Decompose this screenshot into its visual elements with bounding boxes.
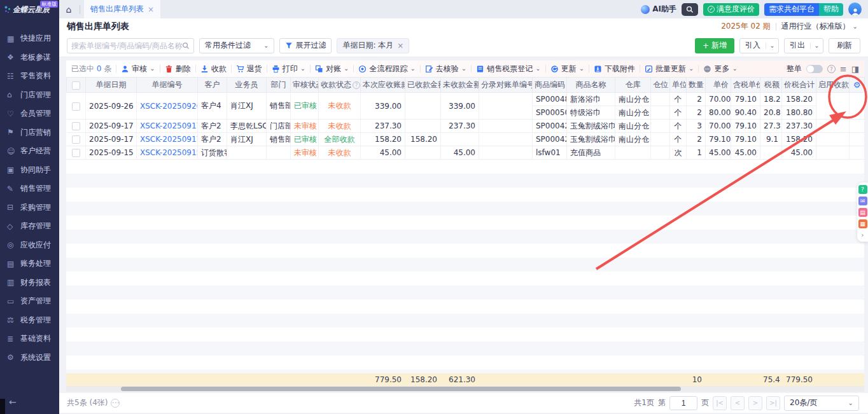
help-circle-icon[interactable]: ? — [353, 81, 360, 89]
app-logo[interactable]: 金蝶云星辰 标准版 — [0, 0, 59, 19]
total-pages: 共1页 — [634, 397, 654, 408]
avatar[interactable] — [848, 3, 862, 16]
sidebar-item-inventory-mgmt[interactable]: ◇库存管理 — [0, 217, 59, 236]
sidebar-item-receivable-payable[interactable]: ◎应收应付 — [0, 236, 59, 255]
page-size-select[interactable]: 20条/页 ⌄ — [784, 396, 859, 411]
select-all-checkbox[interactable] — [72, 81, 80, 90]
sidebar-item-customer-ops[interactable]: ☺客户经营 — [0, 142, 59, 161]
sidebar-collapse-button[interactable]: ← — [0, 394, 59, 410]
funnel-icon — [285, 42, 293, 50]
download-attachment-button[interactable]: 下载附件 — [594, 64, 635, 74]
import-button[interactable]: 引入 ⌄ — [739, 38, 779, 53]
sidebar-item-accounting[interactable]: ▤账务处理 — [0, 254, 59, 273]
first-page-button[interactable]: |< — [713, 396, 727, 410]
audit-button[interactable]: 审核⌄ — [121, 64, 155, 74]
batch-update-button[interactable]: 批量更新⌄ — [645, 64, 694, 74]
tab-sales-outbound-list[interactable]: 销售出库单列表 × — [84, 0, 160, 18]
full-process-track-button[interactable]: 全流程跟踪⌄ — [358, 64, 415, 74]
help-circle-icon[interactable]: ? — [827, 65, 836, 73]
title-bar: 销售出库单列表 2025年 02 期 通用行业（标准版） ⌄ — [59, 18, 868, 34]
row-checkbox[interactable] — [72, 135, 80, 144]
divider — [776, 23, 776, 31]
close-icon[interactable]: × — [148, 5, 154, 14]
cell-doc-no: XSCK-20250917-00001 — [137, 133, 198, 146]
calendar-float-button[interactable]: ▤ — [858, 208, 867, 217]
report-float-button[interactable]: ▦ — [858, 219, 867, 228]
tax-invoice-register-button[interactable]: 销售税票登记⌄ — [476, 64, 540, 74]
row-checkbox[interactable] — [72, 102, 80, 111]
expand-filter-button[interactable]: 展开过滤 — [279, 38, 332, 53]
column-panel-icon[interactable]: ◨ — [851, 64, 859, 74]
receive-payment-button[interactable]: 收款 — [200, 64, 227, 74]
divider — [471, 65, 472, 72]
prev-page-button[interactable]: < — [731, 396, 745, 410]
sidebar-item-boss-advisor[interactable]: ❖老板参谋 — [0, 48, 59, 67]
delete-button[interactable]: 删除 — [165, 64, 191, 74]
sidebar-item-retail-data[interactable]: ☷零售资料 — [0, 67, 59, 86]
return-goods-button[interactable]: 退货 — [236, 64, 262, 74]
industry-selector[interactable]: 通用行业（标准版） ⌄ — [781, 21, 858, 32]
sidebar-item-purchase-mgmt[interactable]: ⊟采购管理 — [0, 198, 59, 217]
feedback-float-button[interactable]: ✉ — [858, 197, 867, 205]
satisfaction-badge[interactable]: ✓ 满意度评价 — [703, 3, 759, 16]
divider — [310, 65, 311, 72]
chevron-down-icon: ⌄ — [689, 66, 694, 72]
refresh-button[interactable]: 刷新 — [829, 38, 860, 53]
row-height-menu-icon[interactable]: ≡ — [840, 64, 847, 74]
chevron-down-icon[interactable]: ⌄ — [810, 43, 823, 49]
stack-icon: ≣ — [7, 335, 17, 343]
sidebar-item-base-data[interactable]: ≣基础资料 — [0, 329, 59, 348]
page-number-input[interactable] — [669, 396, 697, 410]
export-button[interactable]: 引出 ⌄ — [784, 38, 823, 53]
download-icon — [594, 65, 602, 73]
expand-chevron-icon[interactable]: › — [861, 231, 864, 239]
topbar-right: AI助手 ✓ 满意度评价 需求共创平台 帮助 — [641, 3, 868, 16]
search-input[interactable] — [71, 41, 182, 50]
id-card-icon: ▣ — [7, 165, 17, 174]
close-icon[interactable]: × — [397, 41, 403, 50]
print-button[interactable]: 打印⌄ — [272, 64, 305, 74]
sidebar-item-finance-report[interactable]: ▥财务报表 — [0, 273, 59, 293]
last-page-button[interactable]: >| — [766, 396, 780, 410]
add-button[interactable]: + 新增 — [695, 38, 734, 53]
update-button[interactable]: 更新⌄ — [550, 64, 584, 74]
main-area: ⌂ 销售出库单列表 × AI助手 ✓ 满意度评价 需求共创平台 帮助 — [59, 0, 868, 414]
sidebar-item-system-settings[interactable]: ⚙系统设置 — [0, 348, 59, 368]
condition-filter-select[interactable]: 常用条件过滤 ⌄ — [199, 38, 274, 53]
home-button[interactable]: ⌂ — [59, 0, 78, 18]
scrollbar-thumb[interactable] — [121, 387, 681, 391]
sidebar-item-member-mgmt[interactable]: ♡会员管理 — [0, 104, 59, 123]
global-search-button[interactable] — [682, 3, 698, 16]
chevron-down-icon[interactable]: ⌄ — [766, 43, 778, 49]
sidebar-item-store-mgmt[interactable]: ⌂门店管理 — [0, 86, 59, 105]
sidebar-item-quick-apps[interactable]: ▦快捷应用 — [0, 29, 59, 48]
help-float-button[interactable]: ? — [858, 185, 867, 194]
sidebar-item-collab-assistant[interactable]: ▣协同助手 — [0, 161, 59, 180]
doc-link[interactable]: XSCK-20250917-00002 — [140, 121, 198, 130]
doc-link[interactable]: XSCK-20250917-00001 — [140, 135, 198, 144]
doc-link[interactable]: XSCK-20250915-00001 — [140, 148, 198, 157]
col-qty: 数量 — [687, 78, 706, 93]
orders-table: 单据日期 单据编号 客户 业务员 部门 审核状态 收款状态? 本次应收账款 已收… — [66, 77, 865, 160]
cocreate-platform-badge[interactable]: 需求共创平台 — [764, 3, 819, 16]
column-settings-gear-icon[interactable]: ⚙ — [853, 80, 861, 90]
sidebar-item-asset-mgmt[interactable]: ▭资产管理 — [0, 292, 59, 311]
next-page-button[interactable]: > — [748, 396, 762, 410]
more-button[interactable]: 更多⌄ — [703, 64, 737, 74]
row-checkbox[interactable] — [72, 122, 80, 130]
more-icon[interactable]: ⋯ — [111, 399, 120, 408]
sidebar-item-sales-mgmt[interactable]: ✎销售管理 — [0, 179, 59, 198]
ai-assistant-button[interactable]: AI助手 — [641, 4, 676, 15]
horizontal-scrollbar[interactable] — [66, 386, 864, 392]
report-icon: ▥ — [7, 278, 17, 287]
reconcile-button[interactable]: 对账⌄ — [315, 64, 349, 74]
verify-button[interactable]: 去核验⌄ — [425, 64, 466, 74]
sidebar-item-tax-mgmt[interactable]: ⚖税务管理 — [0, 311, 59, 330]
sidebar-item-store-marketing[interactable]: ⚑门店营销 — [0, 123, 59, 142]
doc-link[interactable]: XSCK-20250926-00001 — [140, 102, 198, 111]
row-checkbox[interactable] — [72, 149, 80, 157]
help-button[interactable]: 帮助 — [819, 3, 843, 16]
tab-strip: ⌂ 销售出库单列表 × AI助手 ✓ 满意度评价 需求共创平台 帮助 — [59, 0, 868, 18]
chevron-down-icon: ⌄ — [535, 66, 540, 72]
whole-doc-toggle[interactable] — [806, 65, 823, 73]
